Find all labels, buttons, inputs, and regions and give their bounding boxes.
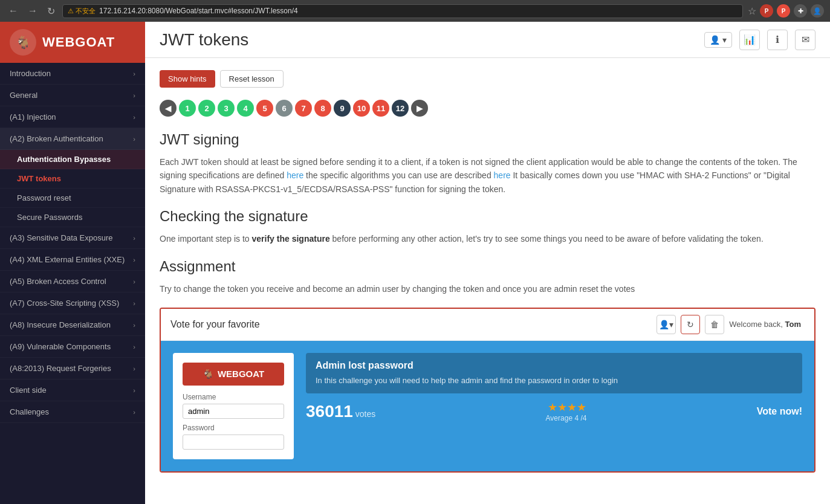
vote-user-button[interactable]: 👤 ▾ bbox=[657, 315, 676, 334]
forward-button[interactable]: → bbox=[25, 4, 40, 18]
sidebar-sub-label: Password reset bbox=[17, 193, 71, 202]
ext3-icon[interactable]: ✚ bbox=[794, 4, 807, 18]
vote-welcome-user: Tom bbox=[785, 320, 801, 329]
reset-lesson-button[interactable]: Reset lesson bbox=[220, 70, 284, 88]
page-1-button[interactable]: 1 bbox=[179, 100, 196, 117]
vote-username-label: Username bbox=[183, 393, 284, 401]
vote-login-logo: 🐐 WEBGOAT bbox=[183, 363, 284, 386]
sidebar-item-label: Challenges bbox=[10, 407, 49, 416]
sidebar-item-a1-injection[interactable]: (A1) Injection › bbox=[0, 106, 145, 128]
user-dropdown-button[interactable]: 👤 ▾ bbox=[704, 32, 732, 48]
vote-panel-header: Vote for your favorite 👤 ▾ ↻ 🗑 bbox=[161, 309, 814, 341]
main-header: JWT tokens 👤 ▾ 📊 ℹ ✉ bbox=[145, 22, 830, 58]
sidebar-item-client-side[interactable]: Client side › bbox=[0, 380, 145, 401]
chevron-right-icon: › bbox=[133, 92, 135, 99]
sidebar-item-label: Introduction bbox=[10, 69, 51, 78]
sidebar-logo[interactable]: 🐐 WEBGOAT bbox=[0, 22, 145, 63]
page-7-button[interactable]: 7 bbox=[295, 100, 312, 117]
header-icons: 👤 ▾ 📊 ℹ ✉ bbox=[704, 30, 815, 50]
sidebar: 🐐 WEBGOAT Introduction › General › (A1) … bbox=[0, 22, 145, 504]
checking-signature-title: Checking the signature bbox=[160, 208, 815, 225]
page-9-button[interactable]: 9 bbox=[334, 100, 351, 117]
sidebar-item-label: (A8:2013) Request Forgeries bbox=[10, 364, 111, 373]
vote-delete-button[interactable]: 🗑 bbox=[705, 315, 724, 334]
vote-right-section: Admin lost password In this challenge yo… bbox=[306, 353, 802, 423]
logo-text: WEBGOAT bbox=[42, 34, 115, 50]
vote-count: 36011 bbox=[306, 402, 353, 421]
page-2-button[interactable]: 2 bbox=[198, 100, 215, 117]
reload-button[interactable]: ↻ bbox=[45, 4, 57, 18]
sidebar-sub-item-password-reset[interactable]: Password reset bbox=[0, 189, 145, 208]
vote-average-section: ★★★★ Average 4 /4 bbox=[546, 401, 587, 422]
sidebar-item-introduction[interactable]: Introduction › bbox=[0, 63, 145, 85]
vote-username-input[interactable] bbox=[183, 404, 284, 419]
ext2-icon[interactable]: P bbox=[777, 4, 790, 18]
ext1-icon[interactable]: P bbox=[760, 4, 773, 18]
sidebar-sub-item-secure-passwords[interactable]: Secure Passwords bbox=[0, 208, 145, 227]
sidebar-item-label: (A9) Vulnerable Components bbox=[10, 342, 111, 351]
lesson-nav: ◀ 1 2 3 4 5 6 7 8 9 10 11 12 ▶ bbox=[160, 100, 815, 117]
vote-password-label: Password bbox=[183, 424, 284, 432]
chevron-right-icon: › bbox=[133, 114, 135, 121]
back-button[interactable]: ← bbox=[6, 4, 21, 18]
page-8-button[interactable]: 8 bbox=[314, 100, 331, 117]
chevron-right-icon: › bbox=[133, 365, 135, 372]
chevron-right-icon: › bbox=[133, 321, 135, 329]
chevron-down-icon: › bbox=[133, 135, 135, 143]
next-page-button[interactable]: ▶ bbox=[411, 100, 428, 117]
vote-refresh-button[interactable]: ↻ bbox=[681, 315, 700, 334]
sidebar-item-a2-broken-auth[interactable]: (A2) Broken Authentication › bbox=[0, 128, 145, 150]
sidebar-item-a8-deser[interactable]: (A8) Insecure Deserialization › bbox=[0, 314, 145, 336]
sidebar-item-challenges[interactable]: Challenges › bbox=[0, 401, 145, 423]
show-hints-button[interactable]: Show hints bbox=[160, 70, 215, 88]
chevron-right-icon: › bbox=[133, 300, 135, 307]
sidebar-sub-item-auth-bypasses[interactable]: Authentication Bypasses bbox=[0, 150, 145, 169]
vote-password-input[interactable] bbox=[183, 435, 284, 450]
sidebar-item-label: (A3) Sensitive Data Exposure bbox=[10, 233, 113, 242]
votes-label-text: votes bbox=[355, 409, 375, 419]
page-12-button[interactable]: 12 bbox=[392, 100, 409, 117]
sidebar-sub-label: JWT tokens bbox=[17, 174, 61, 183]
vote-stars: ★★★★ bbox=[546, 401, 587, 414]
vote-login-card: 🐐 WEBGOAT Username Password bbox=[173, 353, 294, 459]
mail-icon: ✉ bbox=[802, 34, 809, 45]
sidebar-item-a3-sensitive[interactable]: (A3) Sensitive Data Exposure › bbox=[0, 227, 145, 249]
page-10-button[interactable]: 10 bbox=[353, 100, 370, 117]
vote-login-logo-text: WEBGOAT bbox=[218, 369, 264, 379]
mail-button[interactable]: ✉ bbox=[795, 30, 815, 50]
vote-user-icon: 👤 bbox=[659, 320, 669, 329]
sidebar-item-a8-2013[interactable]: (A8:2013) Request Forgeries › bbox=[0, 358, 145, 380]
sidebar-item-a5-access[interactable]: (A5) Broken Access Control › bbox=[0, 271, 145, 292]
chevron-right-icon: › bbox=[133, 278, 135, 285]
assignment-text: Try to change the token you receive and … bbox=[160, 282, 815, 296]
info-button[interactable]: ℹ bbox=[767, 30, 788, 50]
sidebar-item-a9-vuln[interactable]: (A9) Vulnerable Components › bbox=[0, 336, 145, 358]
page-5-button[interactable]: 5 bbox=[256, 100, 273, 117]
browser-icons: ☆ P P ✚ 👤 bbox=[748, 4, 824, 18]
ext4-icon[interactable]: 👤 bbox=[811, 4, 824, 18]
bookmark-icon[interactable]: ☆ bbox=[748, 5, 756, 17]
vote-welcome-text: Welcome back, Tom bbox=[729, 320, 801, 329]
vote-panel: Vote for your favorite 👤 ▾ ↻ 🗑 bbox=[160, 308, 815, 473]
prev-page-button[interactable]: ◀ bbox=[160, 100, 177, 117]
logo-icon: 🐐 bbox=[10, 29, 36, 56]
jwt-signing-text: Each JWT token should at least be signed… bbox=[160, 155, 815, 196]
address-bar[interactable]: ⚠ 不安全 172.16.214.20:8080/WebGoat/start.m… bbox=[62, 4, 743, 18]
sidebar-item-a7-xss[interactable]: (A7) Cross-Site Scripting (XSS) › bbox=[0, 292, 145, 314]
sidebar-item-a4-xxe[interactable]: (A4) XML External Entities (XXE) › bbox=[0, 249, 145, 271]
page-4-button[interactable]: 4 bbox=[237, 100, 254, 117]
vote-user-dropdown-icon: ▾ bbox=[669, 320, 673, 329]
here-link-1[interactable]: here bbox=[287, 170, 303, 180]
here-link-2[interactable]: here bbox=[494, 170, 511, 180]
sidebar-item-label: (A1) Injection bbox=[10, 112, 56, 121]
sidebar-item-label: Client side bbox=[10, 386, 47, 395]
page-6-button[interactable]: 6 bbox=[276, 100, 293, 117]
chart-button[interactable]: 📊 bbox=[739, 30, 760, 50]
sidebar-item-label: (A5) Broken Access Control bbox=[10, 277, 106, 286]
page-11-button[interactable]: 11 bbox=[372, 100, 389, 117]
page-3-button[interactable]: 3 bbox=[218, 100, 235, 117]
sidebar-item-general[interactable]: General › bbox=[0, 85, 145, 106]
vote-challenge-text: In this challenge you will need to help … bbox=[316, 375, 793, 387]
chevron-right-icon: › bbox=[133, 256, 135, 263]
sidebar-sub-item-jwt-tokens[interactable]: JWT tokens bbox=[0, 169, 145, 189]
